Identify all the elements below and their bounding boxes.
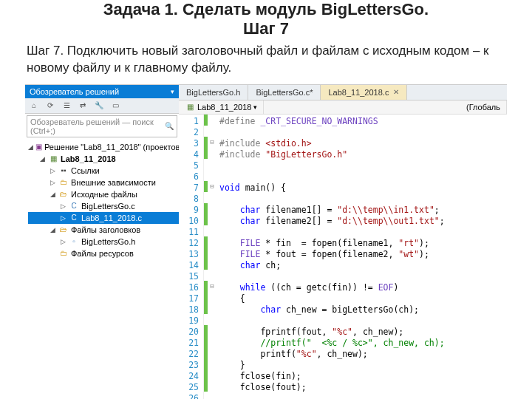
tree-label: Lab8_11_2018.c (81, 214, 142, 222)
caret-icon[interactable]: ◢ (28, 143, 33, 151)
collapse-icon[interactable]: ☰ (61, 100, 72, 112)
code-line[interactable] (219, 227, 445, 238)
tree-solution[interactable]: ◢ ▣ Решение "Lab8_11_2018" (проектов: 1) (28, 141, 179, 153)
fold-column: ⊟⊟⊟⊟ (208, 115, 216, 399)
line-number: 24 (179, 371, 199, 382)
line-number: 10 (179, 216, 199, 227)
code-line[interactable]: char filename1[] = "d:\\temp\\in1.txt"; (219, 205, 445, 216)
tab-lab8-c[interactable]: Lab8_11_2018.c ✕ (321, 85, 407, 100)
line-number: 25 (179, 382, 199, 393)
fold-toggle (208, 170, 216, 181)
caret-icon[interactable]: ▷ (59, 238, 66, 245)
line-number: 20 (179, 327, 199, 338)
caret-icon[interactable]: ▷ (49, 179, 56, 186)
code-line[interactable]: void main() { (219, 183, 445, 194)
fold-toggle (208, 347, 216, 358)
c-file-icon: C (69, 213, 79, 223)
fold-toggle (208, 159, 216, 170)
line-number: 8 (179, 194, 199, 205)
code-line[interactable]: #include <stdio.h> (219, 138, 445, 149)
explorer-search[interactable]: Обозреватель решений — поиск (Ctrl+;) 🔍 (27, 115, 177, 137)
chevron-down-icon[interactable]: ▾ (253, 103, 257, 111)
fold-toggle[interactable]: ⊟ (208, 181, 216, 192)
caret-icon[interactable]: ◢ (49, 191, 56, 198)
fold-toggle (208, 336, 216, 347)
code-line[interactable]: char filename2[] = "d:\\temp\\out1.txt"; (219, 216, 445, 227)
code-line[interactable]: } (219, 360, 445, 371)
refresh-icon[interactable]: ⟳ (44, 100, 56, 112)
line-number: 17 (179, 293, 199, 304)
line-number: 7 (179, 183, 199, 194)
code-line[interactable] (219, 127, 445, 138)
code-line[interactable]: #define _CRT_SECURE_NO_WARNINGS (219, 116, 445, 127)
code-line[interactable]: char ch; (219, 260, 445, 271)
code-line[interactable]: FILE * fin = fopen(filename1, "rt"); (219, 238, 445, 249)
caret-icon[interactable]: ▷ (59, 214, 66, 222)
explorer-toolbar: ⌂ ⟳ ☰ ⇄ 🔧 ▭ (25, 98, 179, 114)
tree-source-folder[interactable]: ◢ 🗁 Исходные файлы (28, 188, 179, 200)
tree-label: Решение "Lab8_11_2018" (проектов: 1) (44, 143, 191, 151)
line-number: 6 (179, 171, 199, 183)
code-line[interactable] (219, 393, 445, 399)
caret-icon[interactable]: ▷ (59, 202, 66, 210)
crumb-scope[interactable]: (Глобаль (264, 100, 507, 114)
code-line[interactable]: while ((ch = getc(fin)) != EOF) (219, 282, 445, 293)
caret-icon[interactable]: ▷ (49, 167, 56, 174)
crumb-project[interactable]: ▦ Lab8_11_2018 ▾ (179, 100, 264, 114)
code-line[interactable]: #include "BigLettersGo.h" (219, 149, 445, 160)
sync-icon[interactable]: ⇄ (77, 100, 89, 112)
show-all-icon[interactable]: ▭ (109, 100, 121, 112)
code-line[interactable]: FILE * fout = fopen(filename2, "wt"); (219, 249, 445, 260)
close-icon[interactable]: ✕ (393, 88, 399, 96)
dropdown-icon[interactable]: ▾ (171, 88, 174, 95)
tab-biglettersgo-c[interactable]: BigLettersGo.c* (248, 85, 321, 100)
tree-header-folder[interactable]: ◢ 🗁 Файлы заголовков (28, 224, 179, 236)
tree-source-file[interactable]: ▷ C BigLettersGo.c (28, 200, 179, 212)
line-number: 16 (179, 282, 199, 293)
code-line[interactable]: //printf(" <%c / %c>", ch_new, ch); (219, 338, 445, 349)
tree-external-deps[interactable]: ▷ 🗀 Внешние зависимости (28, 177, 179, 188)
home-icon[interactable]: ⌂ (28, 100, 40, 112)
line-number: 13 (179, 249, 199, 260)
code-line[interactable] (219, 316, 445, 327)
code-line[interactable] (219, 160, 445, 171)
line-number: 12 (179, 238, 199, 249)
explorer-title-label: Обозреватель решений (30, 87, 119, 96)
tree-references[interactable]: ▷ ▪▪ Ссылки (28, 165, 179, 177)
explorer-title-bar[interactable]: Обозреватель решений ▾ (25, 85, 179, 98)
tree-project[interactable]: ◢ ▦ Lab8_11_2018 (28, 153, 179, 165)
tab-label: Lab8_11_2018.c (328, 88, 389, 97)
search-icon[interactable]: 🔍 (165, 122, 174, 130)
solution-icon: ▣ (35, 142, 42, 152)
code-line[interactable] (219, 171, 445, 183)
code-line[interactable] (219, 194, 445, 205)
code-line[interactable]: fclose(fout); (219, 382, 445, 393)
tab-biglettersgo-h[interactable]: BigLettersGo.h (179, 85, 248, 100)
tree-resources-folder[interactable]: 🗀 Файлы ресурсов (28, 248, 179, 259)
properties-icon[interactable]: 🔧 (93, 100, 105, 112)
caret-icon[interactable]: ◢ (49, 226, 56, 233)
page-title: Задача 1. Сделать модуль BigLettersGo. (0, 0, 532, 19)
code-line[interactable]: fclose(fin); (219, 371, 445, 382)
code-line[interactable]: char ch_new = bigLettersGo(ch); (219, 304, 445, 316)
fold-toggle (208, 325, 216, 336)
tab-label: BigLettersGo.h (186, 88, 240, 97)
code-line[interactable] (219, 271, 445, 282)
code-line[interactable]: printf("%c", ch_new); (219, 349, 445, 360)
line-number-gutter: 1234567891011121314151617181920212223242… (179, 115, 204, 399)
code-line[interactable]: fprintf(fout, "%c", ch_new); (219, 327, 445, 338)
code-area[interactable]: 1234567891011121314151617181920212223242… (179, 115, 507, 399)
code-body[interactable]: #define _CRT_SECURE_NO_WARNINGS #include… (216, 115, 445, 399)
fold-toggle (208, 203, 216, 214)
fold-toggle[interactable]: ⊟ (208, 281, 216, 292)
line-number: 1 (179, 116, 199, 127)
caret-icon[interactable]: ◢ (38, 155, 46, 163)
instruction-text: Шаг 7. Подключить новый заголовочный фай… (0, 43, 532, 84)
tree-source-file-selected[interactable]: ▷ C Lab8_11_2018.c (28, 212, 179, 224)
code-line[interactable]: { (219, 293, 445, 304)
fold-toggle (208, 381, 216, 392)
tree-label: Файлы заголовков (71, 225, 140, 234)
fold-toggle[interactable]: ⊟ (208, 137, 216, 148)
tree-label: Ссылки (71, 166, 100, 175)
tree-header-file[interactable]: ▷ ▫ BigLettersGo.h (28, 236, 179, 248)
